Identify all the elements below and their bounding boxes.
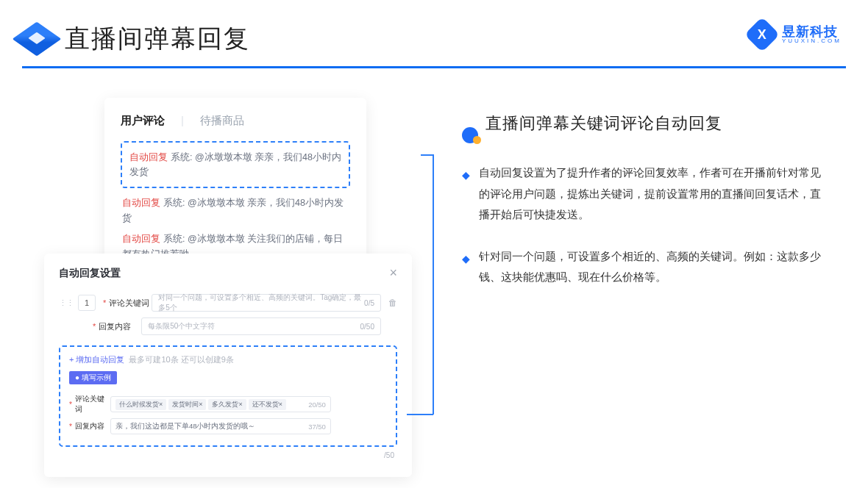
modal-title: 自动回复设置 <box>59 267 121 280</box>
brand-cn: 昱新科技 <box>782 25 842 38</box>
ex-kw-input[interactable]: 什么时候发货× 发货时间× 多久发货× 还不发货× 20/50 <box>110 396 331 412</box>
bullet-2: ◆ 针对同一个问题，可设置多个相近的、高频的关键词。例如：这款多少钱、这块能优惠… <box>462 246 824 288</box>
diamond-icon: ◆ <box>462 165 470 226</box>
tab-products[interactable]: 待播商品 <box>200 114 244 128</box>
keyword-row: ⋮⋮ 1 * 评论关键词 对同一个问题，可设置多个相近、高频的关键词。Tag确定… <box>59 294 397 312</box>
trash-icon[interactable]: 🗑 <box>388 298 397 308</box>
content-input[interactable]: 每条限50个中文字符0/50 <box>141 317 381 335</box>
drag-icon: ⋮⋮ <box>59 298 74 308</box>
add-link[interactable]: + 增加自动回复 最多可建10条 还可以创建9条 <box>69 354 387 365</box>
connector-line <box>421 154 433 156</box>
badge: 自动回复 <box>129 152 168 162</box>
ex-content-input[interactable]: 亲，我们这边都是下单48小时内发货的哦～ 37/50 <box>110 418 331 434</box>
content-label: 回复内容 <box>99 321 141 332</box>
example-badge: ● 填写示例 <box>69 371 117 384</box>
keyword-input[interactable]: 对同一个问题，可设置多个相近、高频的关键词。Tag确定，最多5个0/5 <box>152 294 381 312</box>
connector-line <box>407 414 433 415</box>
section-title: 直播间弹幕关键词评论自动回复 <box>485 112 722 134</box>
brand-logo: X 昱新科技 YUUXIN.COM <box>750 22 842 47</box>
brand-mark: X <box>744 17 780 52</box>
faded-row: /50 <box>59 451 397 459</box>
index-box: 1 <box>78 295 96 311</box>
settings-modal: 自动回复设置 × ⋮⋮ 1 * 评论关键词 对同一个问题，可设置多个相近、高频的… <box>44 254 412 477</box>
close-icon[interactable]: × <box>389 265 397 281</box>
cube-icon <box>13 22 62 57</box>
highlight-reply: 自动回复系统: @冰墩墩本墩 亲亲，我们48小时内发货 <box>121 141 350 188</box>
tab-comments[interactable]: 用户评论 <box>121 114 165 128</box>
connector-line <box>433 154 434 415</box>
tab-sep: | <box>181 114 184 128</box>
bubble-icon <box>462 127 478 143</box>
brand-en: YUUXIN.COM <box>782 38 842 44</box>
example-block: + 增加自动回复 最多可建10条 还可以创建9条 ● 填写示例 *评论关键词 什… <box>59 345 397 447</box>
page-title: 直播间弹幕回复 <box>65 22 250 56</box>
bullet-1: ◆ 自动回复设置为了提升作者的评论回复效率，作者可在开播前针对常见的评论用户问题… <box>462 162 824 226</box>
ex-kw-row: *评论关键词 什么时候发货× 发货时间× 多久发货× 还不发货× 20/50 <box>69 394 387 415</box>
ex-content-row: *回复内容 亲，我们这边都是下单48小时内发货的哦～ 37/50 <box>69 418 387 434</box>
content-row: * 回复内容 每条限50个中文字符0/50 <box>59 317 397 335</box>
tabs: 用户评论 | 待播商品 <box>121 114 350 128</box>
reply-line: 自动回复系统: @冰墩墩本墩 亲亲，我们48小时内发货 <box>122 195 349 227</box>
kw-label: 评论关键词 <box>109 298 152 309</box>
diamond-icon: ◆ <box>462 249 470 288</box>
